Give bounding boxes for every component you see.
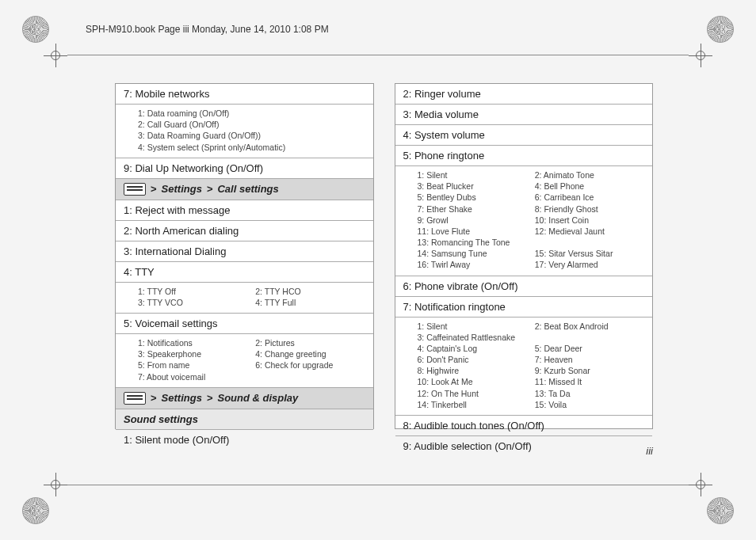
sub-item: 10: Insert Coin	[535, 215, 644, 226]
sub-item: 12: On The Hunt	[418, 388, 527, 399]
sub-item: 9: Kzurb Sonar	[535, 365, 644, 376]
sub-item: 6: Carribean Ice	[535, 192, 644, 203]
breadcrumb-part: Sound & display	[217, 392, 298, 404]
sub-item	[255, 371, 365, 382]
sub-item-grid: 1: Notifications2: Pictures3: Speakerpho…	[116, 334, 373, 388]
chevron-right-icon: >	[207, 392, 213, 404]
menu-row: 1: Silent mode (On/Off)	[116, 430, 373, 450]
crop-mark-br-icon	[689, 473, 712, 496]
sub-item: 2: Pictures	[255, 337, 365, 348]
menu-row: 2: North American dialing	[116, 221, 373, 241]
sub-item: 4: System select (Sprint only/Automatic)	[138, 142, 365, 153]
sub-item: 4: Change greeting	[255, 348, 365, 359]
section-subheader: Sound settings	[116, 409, 373, 430]
menu-row: 7: Mobile networks	[116, 84, 373, 105]
menu-row: 9: Dial Up Networking (On/Off)	[116, 158, 373, 179]
menu-row: 3: Media volume	[395, 105, 653, 125]
sub-item: 2: Call Guard (On/Off)	[138, 119, 365, 130]
chevron-right-icon: >	[207, 183, 213, 195]
sub-item: 4: Bell Phone	[535, 181, 644, 192]
sub-item: 1: TTY Off	[138, 286, 247, 297]
sub-item-grid: 1: Silent2: Beat Box Android3: Caffeinat…	[395, 318, 653, 416]
sub-item: 1: Notifications	[138, 337, 247, 348]
sub-item: 7: About voicemail	[138, 371, 247, 382]
menu-row: 6: Phone vibrate (On/Off)	[395, 276, 653, 297]
sub-item: 11: Missed It	[535, 376, 644, 387]
sub-item: 6: Don't Panic	[418, 354, 527, 365]
sub-item-grid: 1: TTY Off2: TTY HCO3: TTY VCO4: TTY Ful…	[116, 283, 373, 314]
menu-row: 3: International Dialing	[116, 241, 373, 262]
sub-item: 2: Beat Box Android	[535, 321, 644, 332]
sub-item: 13: Ta Da	[535, 388, 644, 399]
menu-row: 1: Reject with message	[116, 200, 373, 221]
sub-item: 5: Bentley Dubs	[418, 192, 527, 203]
crop-mark-bl-icon	[44, 473, 67, 496]
print-radial-tl-icon	[22, 16, 49, 43]
crop-mark-tr-icon	[689, 44, 712, 67]
crop-line-top	[67, 55, 689, 55]
menu-row: 9: Audible selection (On/Off)	[395, 436, 653, 456]
sub-item: 3: Speakerphone	[138, 348, 247, 359]
sub-item: 8: Highwire	[418, 365, 527, 376]
sub-item: 1: Data roaming (On/Off)	[138, 108, 365, 119]
menu-row: 4: TTY	[116, 262, 373, 283]
sub-item: 4: Captain's Log	[418, 343, 527, 354]
breadcrumb-part: Call settings	[217, 183, 278, 195]
menu-row: 2: Ringer volume	[395, 84, 653, 105]
menu-row: 4: System volume	[395, 125, 653, 146]
sub-item: 12: Medieval Jaunt	[535, 226, 644, 237]
sub-item: 2: TTY HCO	[255, 286, 365, 297]
sub-item-grid: 1: Silent2: Animato Tone3: Beat Plucker4…	[395, 166, 653, 276]
breadcrumb-header: > Settings > Call settings	[116, 179, 373, 200]
breadcrumb-part: Settings	[162, 392, 202, 404]
menu-row: 7: Notification ringtone	[395, 297, 653, 318]
sub-item: 16: Twirl Away	[418, 259, 527, 270]
sub-item: 6: Check for upgrade	[255, 359, 365, 371]
sub-item: 8: Friendly Ghost	[535, 203, 644, 215]
menu-row: 5: Voicemail settings	[116, 314, 373, 334]
sub-item: 4: TTY Full	[255, 297, 365, 308]
print-radial-tr-icon	[707, 16, 734, 43]
crop-mark-tl-icon	[44, 44, 67, 67]
document-header: SPH-M910.book Page iii Monday, June 14, …	[86, 24, 329, 35]
breadcrumb-header: > Settings > Sound & display	[116, 388, 373, 409]
menu-icon	[124, 392, 146, 405]
sub-item: 1: Silent	[418, 169, 527, 181]
sub-item: 14: Tinkerbell	[418, 399, 527, 410]
sub-item: 1: Silent	[418, 321, 527, 332]
menu-icon	[124, 183, 146, 196]
print-radial-bl-icon	[22, 497, 49, 524]
sub-item: 17: Very Alarmed	[535, 259, 644, 270]
sub-item: 3: Caffeinated Rattlesnake	[418, 332, 527, 343]
sub-item: 9: Growl	[418, 215, 527, 226]
sub-item: 11: Love Flute	[418, 226, 527, 237]
print-radial-br-icon	[707, 497, 734, 524]
sub-item: 7: Heaven	[535, 354, 644, 365]
sub-item: 5: Dear Deer	[535, 343, 644, 354]
sub-item: 13: Romancing The Tone	[418, 237, 527, 248]
chevron-right-icon: >	[151, 183, 157, 195]
sub-item	[535, 237, 644, 248]
sub-item: 14: Samsung Tune	[418, 248, 527, 259]
sub-item: 15: Voila	[535, 399, 644, 410]
sub-item: 10: Look At Me	[418, 376, 527, 387]
sub-item: 15: Sitar Versus Sitar	[535, 248, 644, 259]
sub-item: 3: Data Roaming Guard (On/Off))	[138, 130, 365, 141]
sub-item-list: 1: Data roaming (On/Off)2: Call Guard (O…	[116, 105, 373, 158]
crop-line-bottom	[67, 485, 689, 485]
menu-row: 5: Phone ringtone	[395, 146, 653, 166]
right-column: 2: Ringer volume3: Media volume4: System…	[395, 83, 654, 429]
sub-item: 2: Animato Tone	[535, 169, 644, 181]
sub-item: 3: Beat Plucker	[418, 181, 527, 192]
sub-item: 7: Ether Shake	[418, 203, 527, 215]
menu-row: 8: Audible touch tones (On/Off)	[395, 416, 653, 436]
sub-item	[535, 332, 644, 343]
left-column: 7: Mobile networks1: Data roaming (On/Of…	[115, 83, 374, 429]
breadcrumb-part: Settings	[162, 183, 202, 195]
sub-item: 3: TTY VCO	[138, 297, 247, 308]
sub-item: 5: From name	[138, 359, 247, 371]
chevron-right-icon: >	[151, 392, 157, 404]
